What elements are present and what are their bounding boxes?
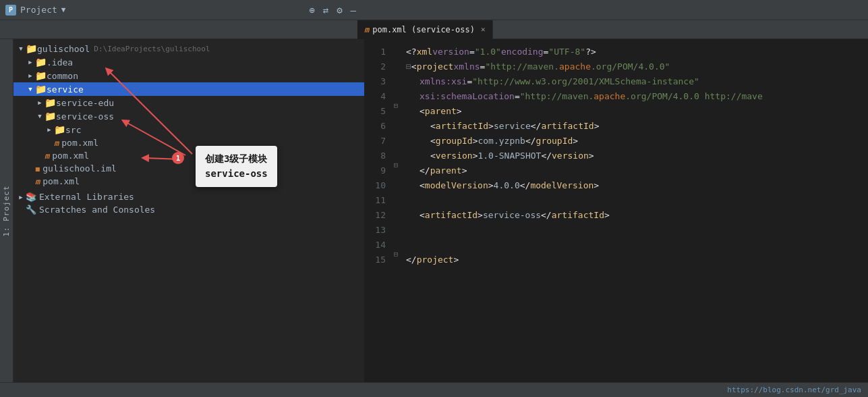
red-badge: 1 <box>172 152 184 164</box>
iml-icon: ◼ <box>35 164 40 174</box>
label-gulischool: gulischool <box>37 44 90 54</box>
tree-item-gulischool[interactable]: ▼ 📁 gulischool D:\IdeaProjects\gulischoo… <box>13 42 364 55</box>
tree-item-service-oss[interactable]: ▼ 📁 service-oss <box>13 109 364 123</box>
code-line-12: <artifactId> service-oss </artifactId> <box>406 208 868 223</box>
tooltip-line1: 创建3级子模块 <box>205 151 268 166</box>
m-icon-pom-service: m <box>45 151 49 161</box>
line-numbers: 1 2 3 4 5 6 7 8 9 10 11 12 13 14 15 <box>364 39 391 382</box>
tree-item-idea[interactable]: ▶ 📁 .idea <box>13 55 364 69</box>
tree-item-scratches[interactable]: 🔧 Scratches and Consoles <box>13 203 364 216</box>
folder-icon-service-edu: 📁 <box>45 97 56 108</box>
code-line-4: xsi:schemaLocation="http://maven.apache.… <box>406 89 868 104</box>
path-gulischool: D:\IdeaProjects\gulischool <box>94 45 210 53</box>
tree-item-pom-root[interactable]: m pom.xml <box>13 175 364 188</box>
add-icon[interactable]: ⊕ <box>309 5 314 16</box>
label-pom-service: pom.xml <box>52 151 89 161</box>
title-bar: P Project ▼ ⊕ ⇄ ⚙ — <box>0 0 868 20</box>
line-num-6: 6 <box>364 119 386 134</box>
dropdown-arrow[interactable]: ▼ <box>61 5 66 14</box>
folder-icon-src: 📁 <box>54 124 65 135</box>
code-line-2: ⊟ <project xmlns="http://maven.apache.or… <box>406 59 868 74</box>
tree-item-gulischool-iml[interactable]: ◼ gulischool.iml <box>13 162 364 175</box>
marker-gutter: ⊟ ⊟ ⊟ <box>391 39 401 382</box>
label-pom-service-oss: pom.xml <box>61 138 98 148</box>
tab-pom-xml[interactable]: m pom.xml (service-oss) ✕ <box>357 20 493 39</box>
tab-m-icon: m <box>364 25 369 34</box>
tab-bar: m pom.xml (service-oss) ✕ <box>0 20 868 39</box>
fold-marker-5[interactable]: ⊟ <box>391 99 401 113</box>
code-area[interactable]: <?xml version="1.0" encoding="UTF-8" ?> … <box>401 39 868 382</box>
line-num-9: 9 <box>364 163 386 178</box>
line-num-3: 3 <box>364 74 386 89</box>
arrow-common: ▶ <box>26 72 35 79</box>
line-num-7: 7 <box>364 134 386 149</box>
folder-icon-common: 📁 <box>35 70 47 81</box>
code-line-14 <box>406 238 868 253</box>
tree-item-common[interactable]: ▶ 📁 common <box>13 69 364 82</box>
label-idea: .idea <box>47 57 73 68</box>
folder-icon-service-oss: 📁 <box>45 111 56 122</box>
tree-item-pom-service[interactable]: m pom.xml <box>13 149 364 162</box>
editor-content: 1 2 3 4 5 6 7 8 9 10 11 12 13 14 15 <box>364 39 868 382</box>
tree-item-src[interactable]: ▶ 📁 src <box>13 123 364 136</box>
arrow-idea: ▶ <box>26 59 35 65</box>
line-num-1: 1 <box>364 45 386 59</box>
settings-icon[interactable]: ⚙ <box>337 5 342 16</box>
line-num-13: 13 <box>364 223 386 238</box>
label-service-oss: service-oss <box>56 111 114 122</box>
line-num-2: 2 <box>364 59 386 74</box>
line-num-4: 4 <box>364 89 386 104</box>
line-num-8: 8 <box>364 149 386 163</box>
label-scratches: Scratches and Consoles <box>39 205 155 215</box>
tooltip-line2: service-oss <box>205 166 268 181</box>
tree-item-external-libraries[interactable]: ▶ 📚 External Libraries <box>13 190 364 203</box>
folder-icon-gulischool: 📁 <box>26 43 37 54</box>
tree-item-pom-service-oss[interactable]: m pom.xml <box>13 136 364 149</box>
title-bar-icons: ⊕ ⇄ ⚙ — <box>309 5 356 16</box>
code-line-5: <parent> <box>406 104 868 119</box>
bottom-bar: https://blog.csdn.net/grd_java <box>0 382 868 397</box>
code-line-13 <box>406 223 868 238</box>
label-pom-root: pom.xml <box>42 176 80 186</box>
swap-icon[interactable]: ⇄ <box>323 5 328 16</box>
minimize-icon[interactable]: — <box>351 5 356 16</box>
code-line-10: <modelVersion> 4.0.0 </modelVersion> <box>406 178 868 193</box>
scratches-icon: 🔧 <box>26 205 36 215</box>
tree-item-service-edu[interactable]: ▶ 📁 service-edu <box>13 96 364 109</box>
label-service: service <box>47 84 84 95</box>
code-line-11 <box>406 193 868 208</box>
tree-item-service[interactable]: ▼ 📁 service <box>13 82 364 96</box>
code-line-8: <version> 1.0-SNAPSHOT </version> <box>406 149 868 163</box>
tab-label: pom.xml (service-oss) <box>372 25 475 34</box>
arrow-service-edu: ▶ <box>35 99 45 106</box>
project-icon: P <box>5 5 16 16</box>
code-line-6: <artifactId> service </artifactId> <box>406 119 868 134</box>
code-line-1: <?xml version="1.0" encoding="UTF-8" ?> <box>406 45 868 59</box>
sidebar-label-text: 1: Project <box>2 185 11 236</box>
folder-icon-idea: 📁 <box>35 57 47 68</box>
label-common: common <box>47 71 78 81</box>
tooltip-badge: 创建3级子模块 service-oss <box>196 146 277 187</box>
m-icon-pom-root: m <box>35 177 40 186</box>
arrow-service-oss: ▼ <box>35 113 45 120</box>
label-service-edu: service-edu <box>56 98 114 108</box>
code-line-7: <groupId> com.yzpnb </groupId> <box>406 134 868 149</box>
sidebar-label: 1: Project <box>0 39 13 382</box>
project-tree: ▼ 📁 gulischool D:\IdeaProjects\gulischoo… <box>13 39 364 382</box>
line-num-11: 11 <box>364 193 386 208</box>
fold-marker-9[interactable]: ⊟ <box>391 158 401 173</box>
line-num-14: 14 <box>364 238 386 253</box>
ext-lib-icon: 📚 <box>26 192 36 202</box>
arrow-service: ▼ <box>26 86 35 92</box>
arrow-src: ▶ <box>45 126 54 133</box>
editor-area: 1 2 3 4 5 6 7 8 9 10 11 12 13 14 15 <box>364 39 868 382</box>
fold-marker-15[interactable]: ⊟ <box>391 247 401 262</box>
code-line-15: </project> <box>406 253 868 267</box>
tab-close-icon[interactable]: ✕ <box>481 25 486 34</box>
folder-icon-service: 📁 <box>35 84 47 95</box>
main-content: 1: Project ▼ 📁 gulischool D:\IdeaProject… <box>0 39 868 382</box>
m-icon-pom-service-oss: m <box>54 138 59 148</box>
line-num-12: 12 <box>364 208 386 223</box>
line-num-5: 5 <box>364 104 386 119</box>
arrow-gulischool: ▼ <box>16 45 26 52</box>
